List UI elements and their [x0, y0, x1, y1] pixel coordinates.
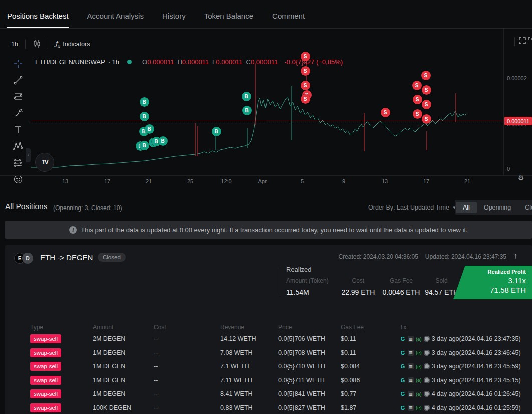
scan-icon[interactable]: ▥: [408, 350, 414, 356]
tx-time-link[interactable]: 3 day ago(2024.04.16 23:46:45): [432, 349, 521, 356]
buy-marker[interactable]: B: [242, 92, 251, 101]
filter-openning[interactable]: Openning: [477, 202, 518, 213]
interval-label: · 1h: [108, 58, 119, 66]
buy-marker[interactable]: B: [140, 97, 149, 107]
sell-marker[interactable]: S: [301, 94, 310, 104]
scan-icon[interactable]: ▥: [408, 363, 414, 369]
dex-icon[interactable]: [424, 405, 430, 411]
sell-marker[interactable]: S: [422, 114, 431, 124]
etherscan-icon[interactable]: (e): [416, 363, 422, 369]
order-by-dropdown[interactable]: Order By: Last Updated Time ▼: [368, 204, 456, 211]
cell-gas_fee: $1.87: [341, 404, 356, 411]
buy-marker[interactable]: B: [145, 124, 154, 134]
cell-gas_fee: $0.084: [341, 363, 360, 370]
sell-marker[interactable]: S: [301, 81, 310, 90]
tab-account-analysis[interactable]: Account Analysis: [87, 12, 144, 28]
filter-closed[interactable]: Closed: [518, 202, 532, 213]
column-header-gas-fee: Gas Fee: [341, 324, 364, 331]
type-badge: swap-sell: [30, 362, 61, 371]
gmgn-icon[interactable]: G: [400, 391, 406, 397]
buy-marker[interactable]: B: [242, 106, 252, 115]
dex-icon[interactable]: [424, 363, 430, 369]
column-header-type: Type: [30, 324, 43, 331]
profit-amount: 71.58 ETH: [453, 286, 526, 294]
type-badge: swap-sell: [30, 389, 61, 398]
updated-timestamp: Updated: 2024.04.16 23:47:35: [425, 253, 506, 260]
nav-tabs: Positions BacktestAccount AnalysisHistor…: [0, 0, 532, 29]
cell-gas_fee: $0.77: [341, 390, 356, 397]
gmgn-icon[interactable]: G: [400, 363, 406, 369]
table-row: swap-sell1M DEGEN--7.11 WETH0.0{5}711 WE…: [20, 373, 532, 387]
gmgn-icon[interactable]: G: [400, 350, 406, 356]
profit-label: Realized Profit: [453, 269, 526, 275]
filter-all[interactable]: All: [456, 202, 477, 213]
created-timestamp: Created: 2024.03.20 04:36:05: [338, 253, 418, 260]
tab-history[interactable]: History: [162, 12, 186, 28]
sell-marker[interactable]: S: [421, 71, 431, 80]
status-filter-group: AllOpenningClosed: [455, 200, 532, 215]
ohlc-value: 0.000011: [216, 58, 242, 66]
scan-icon[interactable]: ▥: [408, 405, 414, 411]
price-axis-label: 0: [507, 166, 510, 172]
scan-icon[interactable]: ▥: [408, 336, 414, 342]
dex-icon[interactable]: [424, 350, 430, 356]
cell-tx: G▥(e)4 day ago(2024.04.16 01:25:59): [400, 404, 521, 411]
tx-time-link[interactable]: 3 day ago(2024.04.16 23:47:35): [432, 335, 521, 342]
cell-type: swap-sell: [30, 377, 61, 384]
share-icon[interactable]: ⤴: [513, 253, 517, 261]
dex-icon[interactable]: [424, 391, 430, 397]
sell-marker[interactable]: S: [422, 100, 431, 109]
etherscan-icon[interactable]: (e): [416, 350, 422, 356]
etherscan-icon[interactable]: (e): [416, 391, 422, 397]
sell-marker[interactable]: S: [413, 109, 422, 119]
time-axis-label: 21: [146, 178, 152, 184]
realized-title: Realized: [286, 266, 461, 273]
type-badge: swap-sell: [30, 334, 61, 343]
cell-cost: --: [154, 390, 158, 397]
etherscan-icon[interactable]: (e): [416, 405, 422, 411]
buy-marker[interactable]: B: [140, 112, 149, 121]
tradingview-logo[interactable]: TV: [35, 153, 54, 172]
tab-positions-backtest[interactable]: Positions Backtest: [7, 12, 69, 28]
cell-cost: --: [154, 335, 158, 342]
sell-marker[interactable]: S: [412, 81, 422, 90]
buy-marker[interactable]: B: [158, 136, 168, 146]
table-header: TypeAmountCostRevenuePriceGas FeeTx: [20, 324, 532, 332]
etherscan-icon[interactable]: (e): [416, 377, 422, 383]
pair-to-link[interactable]: DEGEN: [66, 253, 93, 262]
cell-amount: 1M DEGEN: [93, 377, 125, 384]
realized-column-label: Amount (Token): [286, 277, 336, 284]
price-chart[interactable]: [0, 29, 532, 179]
buy-marker[interactable]: B: [140, 141, 149, 150]
scan-icon[interactable]: ▥: [408, 391, 414, 397]
tx-time-link[interactable]: 4 day ago(2024.04.16 01:25:59): [432, 404, 521, 411]
realized-profit-badge: Realized Profit 3.11x 71.58 ETH: [453, 266, 532, 299]
time-axis-label: 25: [187, 178, 193, 184]
column-header-revenue: Revenue: [220, 324, 244, 331]
time-axis-label: 17: [423, 178, 429, 184]
ohlc-key: C: [246, 58, 251, 66]
cell-revenue: 7.08 WETH: [220, 349, 253, 356]
tx-time-link[interactable]: 4 day ago(2024.04.16 01:26:45): [432, 390, 521, 397]
cell-price: 0.0{5}708 WETH: [278, 349, 325, 356]
tab-token-balance[interactable]: Token Balance: [204, 12, 254, 28]
sell-marker[interactable]: S: [413, 95, 422, 104]
cell-gas_fee: $0.11: [341, 349, 356, 356]
etherscan-icon[interactable]: (e): [416, 336, 422, 342]
dex-icon[interactable]: [424, 377, 430, 383]
degen-token-icon: D: [22, 253, 33, 264]
sell-marker[interactable]: S: [381, 108, 390, 117]
tab-comment[interactable]: Comment: [272, 12, 305, 28]
sell-marker[interactable]: S: [422, 85, 431, 95]
buy-marker[interactable]: B: [212, 127, 221, 136]
gmgn-icon[interactable]: G: [400, 336, 406, 342]
realized-section: Realized Amount (Token)11.54MCost22.99 E…: [280, 266, 461, 296]
positions-summary: (Openning: 3, Closed: 10): [53, 204, 122, 212]
tx-time-link[interactable]: 3 day ago(2024.04.16 23:45:59): [432, 363, 521, 370]
scan-icon[interactable]: ▥: [408, 377, 414, 383]
gmgn-icon[interactable]: G: [400, 377, 406, 383]
dex-icon[interactable]: [424, 336, 430, 342]
sell-marker[interactable]: S: [301, 66, 310, 76]
tx-time-link[interactable]: 3 day ago(2024.04.16 23:45:15): [432, 377, 521, 384]
gmgn-icon[interactable]: G: [400, 405, 406, 411]
